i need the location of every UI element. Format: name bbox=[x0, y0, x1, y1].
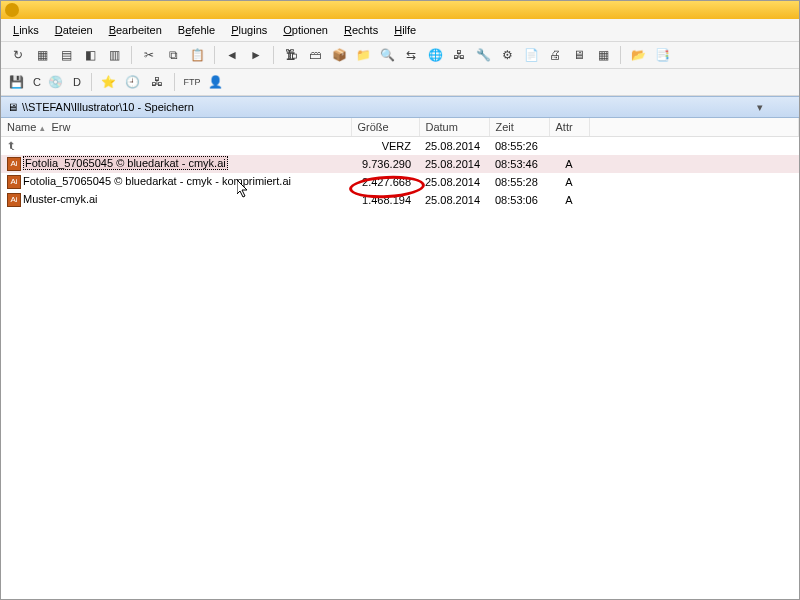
col-attr[interactable]: Attr bbox=[549, 118, 589, 137]
netdrive-icon[interactable]: 🖧 bbox=[146, 71, 168, 93]
tool7-icon[interactable]: 📂 bbox=[627, 44, 649, 66]
tool4-icon[interactable]: 🖨 bbox=[544, 44, 566, 66]
ai-file-icon: Ai bbox=[7, 175, 21, 189]
favorite-icon[interactable]: ⭐ bbox=[98, 71, 120, 93]
drive-c[interactable]: C bbox=[29, 74, 45, 90]
computer-icon: 🖥 bbox=[7, 101, 18, 113]
table-row[interactable]: AiFotolia_57065045 © bluedarkat - cmyk -… bbox=[1, 173, 799, 191]
drive-disk-icon[interactable]: 💾 bbox=[7, 75, 25, 89]
thumb-icon[interactable]: ▥ bbox=[103, 44, 125, 66]
drive-disk2-icon[interactable]: 💿 bbox=[47, 75, 65, 89]
menu-plugins[interactable]: Plugins bbox=[223, 20, 275, 40]
table-row[interactable]: AiMuster-cmyk.ai1.468.19425.08.201408:53… bbox=[1, 191, 799, 209]
tool3-icon[interactable]: 📄 bbox=[520, 44, 542, 66]
ai-file-icon: Ai bbox=[7, 157, 21, 171]
tree-icon[interactable]: ◧ bbox=[79, 44, 101, 66]
back-icon[interactable]: ◄ bbox=[221, 44, 243, 66]
menu-optionen[interactable]: Optionen bbox=[275, 20, 336, 40]
toolbar-main: ↻ ▦ ▤ ◧ ▥ ✂ ⧉ 📋 ◄ ► 🗜 🗃 📦 📁 🔍 ⇆ 🌐 🖧 🔧 ⚙ … bbox=[1, 42, 799, 69]
updir-icon: ⮬ bbox=[7, 139, 21, 153]
search-icon[interactable]: 🔍 bbox=[376, 44, 398, 66]
tool5-icon[interactable]: 🖥 bbox=[568, 44, 590, 66]
titlebar bbox=[1, 1, 799, 19]
col-spacer bbox=[589, 118, 799, 137]
menubar: LLinksinks Dateien Bearbeiten Befehle Pl… bbox=[1, 19, 799, 42]
menu-befehle[interactable]: Befehle bbox=[170, 20, 223, 40]
list-icon[interactable]: ▤ bbox=[55, 44, 77, 66]
folder-icon[interactable]: 📁 bbox=[352, 44, 374, 66]
path-bar[interactable]: 🖥 \\STEFAN\Illustrator\10 - Speichern ▾ bbox=[1, 96, 799, 118]
tool1-icon[interactable]: 🔧 bbox=[472, 44, 494, 66]
menu-dateien[interactable]: Dateien bbox=[47, 20, 101, 40]
ai-file-icon: Ai bbox=[7, 193, 21, 207]
tool8-icon[interactable]: 📑 bbox=[651, 44, 673, 66]
fwd-icon[interactable]: ► bbox=[245, 44, 267, 66]
col-size[interactable]: Größe bbox=[351, 118, 419, 137]
path-dropdown-icon[interactable]: ▾ bbox=[757, 101, 793, 114]
col-time[interactable]: Zeit bbox=[489, 118, 549, 137]
menu-links[interactable]: LLinksinks bbox=[5, 20, 47, 40]
refresh-icon[interactable]: ↻ bbox=[7, 44, 29, 66]
cut-icon[interactable]: ✂ bbox=[138, 44, 160, 66]
archive-icon[interactable]: 📦 bbox=[328, 44, 350, 66]
sync-icon[interactable]: ⇆ bbox=[400, 44, 422, 66]
toolbar-drives: 💾 C 💿 D ⭐ 🕘 🖧 FTP 👤 bbox=[1, 69, 799, 96]
drive-d[interactable]: D bbox=[69, 74, 85, 90]
paste-icon[interactable]: 📋 bbox=[186, 44, 208, 66]
history-icon[interactable]: 🕘 bbox=[122, 71, 144, 93]
app-icon bbox=[5, 3, 19, 17]
col-date[interactable]: Datum bbox=[419, 118, 489, 137]
ftp-btn-icon[interactable]: FTP bbox=[181, 71, 203, 93]
pack-icon[interactable]: 🗜 bbox=[280, 44, 302, 66]
menu-bearbeiten[interactable]: Bearbeiten bbox=[101, 20, 170, 40]
col-name[interactable]: Name▴ Erw bbox=[1, 118, 351, 137]
menu-hilfe[interactable]: Hilfe bbox=[386, 20, 424, 40]
file-list[interactable]: Name▴ Erw Größe Datum Zeit Attr ⮬VERZ25.… bbox=[1, 118, 799, 599]
menu-rechts[interactable]: Rechts bbox=[336, 20, 386, 40]
table-row[interactable]: ⮬VERZ25.08.201408:55:26 bbox=[1, 137, 799, 156]
copy-icon[interactable]: ⧉ bbox=[162, 44, 184, 66]
view-icon[interactable]: ▦ bbox=[31, 44, 53, 66]
current-path[interactable]: \\STEFAN\Illustrator\10 - Speichern bbox=[18, 101, 757, 113]
user-icon[interactable]: 👤 bbox=[205, 71, 227, 93]
net-icon[interactable]: 🖧 bbox=[448, 44, 470, 66]
table-row[interactable]: AiFotolia_57065045 © bluedarkat - cmyk.a… bbox=[1, 155, 799, 173]
unpack-icon[interactable]: 🗃 bbox=[304, 44, 326, 66]
tool2-icon[interactable]: ⚙ bbox=[496, 44, 518, 66]
tool6-icon[interactable]: ▦ bbox=[592, 44, 614, 66]
ftp-icon[interactable]: 🌐 bbox=[424, 44, 446, 66]
